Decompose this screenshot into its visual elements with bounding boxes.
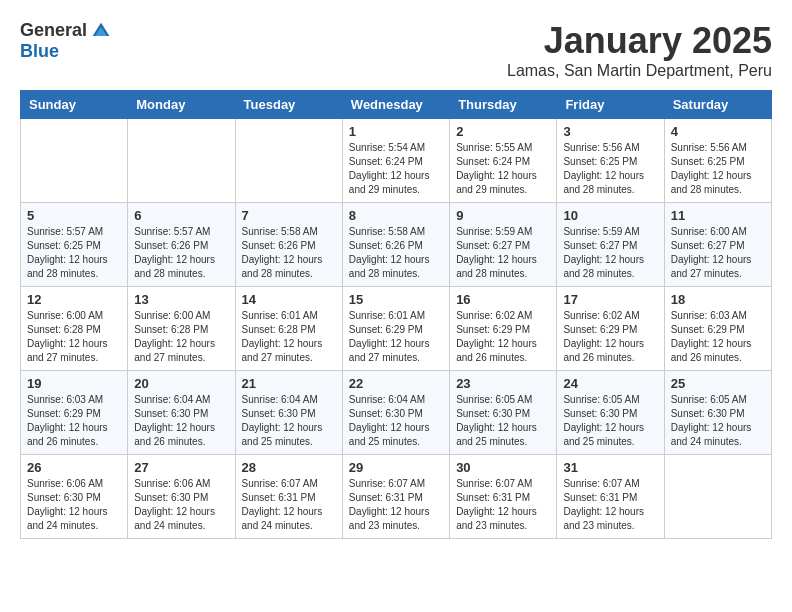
day-info: Sunrise: 5:59 AM Sunset: 6:27 PM Dayligh…	[563, 225, 657, 281]
logo: General Blue	[20, 20, 111, 62]
day-number: 2	[456, 124, 550, 139]
header-tuesday: Tuesday	[235, 91, 342, 119]
day-number: 27	[134, 460, 228, 475]
logo-general-text: General	[20, 20, 87, 41]
day-info: Sunrise: 5:54 AM Sunset: 6:24 PM Dayligh…	[349, 141, 443, 197]
day-info: Sunrise: 6:02 AM Sunset: 6:29 PM Dayligh…	[456, 309, 550, 365]
day-info: Sunrise: 6:02 AM Sunset: 6:29 PM Dayligh…	[563, 309, 657, 365]
calendar-cell: 25Sunrise: 6:05 AM Sunset: 6:30 PM Dayli…	[664, 371, 771, 455]
day-info: Sunrise: 6:06 AM Sunset: 6:30 PM Dayligh…	[134, 477, 228, 533]
day-number: 5	[27, 208, 121, 223]
calendar-cell: 29Sunrise: 6:07 AM Sunset: 6:31 PM Dayli…	[342, 455, 449, 539]
calendar-cell: 3Sunrise: 5:56 AM Sunset: 6:25 PM Daylig…	[557, 119, 664, 203]
calendar-cell: 16Sunrise: 6:02 AM Sunset: 6:29 PM Dayli…	[450, 287, 557, 371]
calendar-cell: 2Sunrise: 5:55 AM Sunset: 6:24 PM Daylig…	[450, 119, 557, 203]
day-info: Sunrise: 6:00 AM Sunset: 6:27 PM Dayligh…	[671, 225, 765, 281]
calendar-cell	[21, 119, 128, 203]
calendar-week-row: 26Sunrise: 6:06 AM Sunset: 6:30 PM Dayli…	[21, 455, 772, 539]
day-info: Sunrise: 5:58 AM Sunset: 6:26 PM Dayligh…	[242, 225, 336, 281]
calendar-cell	[235, 119, 342, 203]
calendar-week-row: 12Sunrise: 6:00 AM Sunset: 6:28 PM Dayli…	[21, 287, 772, 371]
day-number: 14	[242, 292, 336, 307]
calendar-cell: 7Sunrise: 5:58 AM Sunset: 6:26 PM Daylig…	[235, 203, 342, 287]
calendar-header-row: SundayMondayTuesdayWednesdayThursdayFrid…	[21, 91, 772, 119]
header-sunday: Sunday	[21, 91, 128, 119]
day-info: Sunrise: 5:58 AM Sunset: 6:26 PM Dayligh…	[349, 225, 443, 281]
day-number: 20	[134, 376, 228, 391]
header-thursday: Thursday	[450, 91, 557, 119]
day-info: Sunrise: 5:57 AM Sunset: 6:25 PM Dayligh…	[27, 225, 121, 281]
day-number: 28	[242, 460, 336, 475]
day-number: 21	[242, 376, 336, 391]
calendar-cell: 14Sunrise: 6:01 AM Sunset: 6:28 PM Dayli…	[235, 287, 342, 371]
day-info: Sunrise: 6:04 AM Sunset: 6:30 PM Dayligh…	[242, 393, 336, 449]
calendar-cell: 26Sunrise: 6:06 AM Sunset: 6:30 PM Dayli…	[21, 455, 128, 539]
calendar-week-row: 19Sunrise: 6:03 AM Sunset: 6:29 PM Dayli…	[21, 371, 772, 455]
header-friday: Friday	[557, 91, 664, 119]
calendar-cell: 15Sunrise: 6:01 AM Sunset: 6:29 PM Dayli…	[342, 287, 449, 371]
day-info: Sunrise: 6:05 AM Sunset: 6:30 PM Dayligh…	[671, 393, 765, 449]
day-info: Sunrise: 6:03 AM Sunset: 6:29 PM Dayligh…	[27, 393, 121, 449]
day-number: 17	[563, 292, 657, 307]
day-info: Sunrise: 6:07 AM Sunset: 6:31 PM Dayligh…	[242, 477, 336, 533]
calendar-cell: 21Sunrise: 6:04 AM Sunset: 6:30 PM Dayli…	[235, 371, 342, 455]
day-number: 4	[671, 124, 765, 139]
calendar-cell: 19Sunrise: 6:03 AM Sunset: 6:29 PM Dayli…	[21, 371, 128, 455]
day-info: Sunrise: 6:01 AM Sunset: 6:29 PM Dayligh…	[349, 309, 443, 365]
day-number: 10	[563, 208, 657, 223]
calendar-week-row: 1Sunrise: 5:54 AM Sunset: 6:24 PM Daylig…	[21, 119, 772, 203]
day-info: Sunrise: 6:06 AM Sunset: 6:30 PM Dayligh…	[27, 477, 121, 533]
calendar-cell	[128, 119, 235, 203]
day-info: Sunrise: 6:05 AM Sunset: 6:30 PM Dayligh…	[456, 393, 550, 449]
calendar-cell: 28Sunrise: 6:07 AM Sunset: 6:31 PM Dayli…	[235, 455, 342, 539]
day-number: 19	[27, 376, 121, 391]
day-number: 3	[563, 124, 657, 139]
calendar-cell: 23Sunrise: 6:05 AM Sunset: 6:30 PM Dayli…	[450, 371, 557, 455]
day-info: Sunrise: 5:56 AM Sunset: 6:25 PM Dayligh…	[563, 141, 657, 197]
day-info: Sunrise: 5:55 AM Sunset: 6:24 PM Dayligh…	[456, 141, 550, 197]
calendar-cell: 8Sunrise: 5:58 AM Sunset: 6:26 PM Daylig…	[342, 203, 449, 287]
day-number: 26	[27, 460, 121, 475]
day-number: 29	[349, 460, 443, 475]
day-number: 16	[456, 292, 550, 307]
logo-blue-text: Blue	[20, 41, 59, 62]
day-info: Sunrise: 6:00 AM Sunset: 6:28 PM Dayligh…	[27, 309, 121, 365]
calendar-cell: 12Sunrise: 6:00 AM Sunset: 6:28 PM Dayli…	[21, 287, 128, 371]
calendar-cell: 5Sunrise: 5:57 AM Sunset: 6:25 PM Daylig…	[21, 203, 128, 287]
calendar-cell: 22Sunrise: 6:04 AM Sunset: 6:30 PM Dayli…	[342, 371, 449, 455]
day-number: 23	[456, 376, 550, 391]
month-title: January 2025	[507, 20, 772, 62]
day-number: 11	[671, 208, 765, 223]
day-number: 15	[349, 292, 443, 307]
calendar-cell: 13Sunrise: 6:00 AM Sunset: 6:28 PM Dayli…	[128, 287, 235, 371]
calendar-table: SundayMondayTuesdayWednesdayThursdayFrid…	[20, 90, 772, 539]
calendar-week-row: 5Sunrise: 5:57 AM Sunset: 6:25 PM Daylig…	[21, 203, 772, 287]
day-number: 8	[349, 208, 443, 223]
day-number: 9	[456, 208, 550, 223]
location-subtitle: Lamas, San Martin Department, Peru	[507, 62, 772, 80]
day-number: 12	[27, 292, 121, 307]
day-info: Sunrise: 6:00 AM Sunset: 6:28 PM Dayligh…	[134, 309, 228, 365]
header-monday: Monday	[128, 91, 235, 119]
calendar-cell: 20Sunrise: 6:04 AM Sunset: 6:30 PM Dayli…	[128, 371, 235, 455]
title-section: January 2025 Lamas, San Martin Departmen…	[507, 20, 772, 80]
day-info: Sunrise: 5:56 AM Sunset: 6:25 PM Dayligh…	[671, 141, 765, 197]
day-number: 24	[563, 376, 657, 391]
day-info: Sunrise: 6:04 AM Sunset: 6:30 PM Dayligh…	[349, 393, 443, 449]
day-number: 13	[134, 292, 228, 307]
day-info: Sunrise: 5:59 AM Sunset: 6:27 PM Dayligh…	[456, 225, 550, 281]
calendar-cell: 10Sunrise: 5:59 AM Sunset: 6:27 PM Dayli…	[557, 203, 664, 287]
calendar-cell: 27Sunrise: 6:06 AM Sunset: 6:30 PM Dayli…	[128, 455, 235, 539]
header-saturday: Saturday	[664, 91, 771, 119]
calendar-cell: 6Sunrise: 5:57 AM Sunset: 6:26 PM Daylig…	[128, 203, 235, 287]
day-info: Sunrise: 6:01 AM Sunset: 6:28 PM Dayligh…	[242, 309, 336, 365]
calendar-cell: 9Sunrise: 5:59 AM Sunset: 6:27 PM Daylig…	[450, 203, 557, 287]
page-header: General Blue January 2025 Lamas, San Mar…	[20, 20, 772, 80]
calendar-cell: 31Sunrise: 6:07 AM Sunset: 6:31 PM Dayli…	[557, 455, 664, 539]
day-number: 30	[456, 460, 550, 475]
day-info: Sunrise: 6:04 AM Sunset: 6:30 PM Dayligh…	[134, 393, 228, 449]
day-info: Sunrise: 6:03 AM Sunset: 6:29 PM Dayligh…	[671, 309, 765, 365]
day-number: 7	[242, 208, 336, 223]
day-number: 18	[671, 292, 765, 307]
day-number: 25	[671, 376, 765, 391]
